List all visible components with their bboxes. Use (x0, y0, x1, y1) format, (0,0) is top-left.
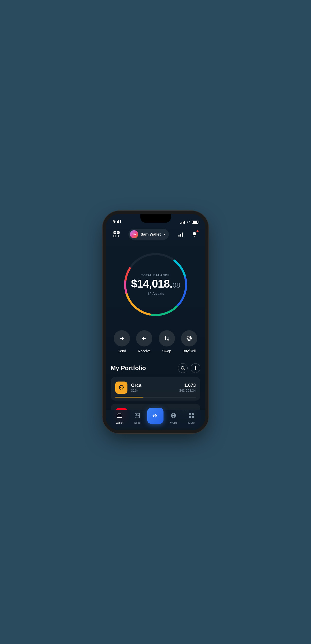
signal-bars-icon (180, 221, 185, 224)
asset-row-orca: Orca 32% 1.673 $43,003.34 (115, 382, 196, 394)
orca-percent: 32% (131, 389, 176, 392)
status-icons (180, 220, 198, 224)
status-time: 9:41 (113, 220, 122, 225)
nav-more[interactable]: More (184, 412, 199, 424)
notch (140, 214, 171, 223)
portfolio-header: My Portfolio (111, 363, 200, 373)
nfts-nav-label: NFTs (134, 421, 141, 424)
circle-container: TOTAL BALANCE $14,018.08 12 Assets (120, 249, 191, 320)
portfolio-actions (178, 363, 200, 373)
user-name: Sam Wallet (141, 232, 161, 236)
wifi-icon (186, 220, 190, 224)
notification-dot (196, 230, 199, 233)
signal-bar-2 (182, 222, 182, 224)
signal-bar-4 (184, 221, 185, 224)
send-action[interactable]: Send (114, 330, 130, 353)
nfts-nav-icon (134, 412, 140, 420)
balance-section: TOTAL BALANCE $14,018.08 12 Assets (106, 244, 205, 323)
receive-icon (136, 330, 152, 346)
web3-nav-label: Web3 (170, 421, 177, 424)
svg-rect-3 (114, 232, 115, 233)
orca-bar-fill (115, 397, 143, 398)
battery-fill (193, 221, 197, 223)
orca-info: Orca 32% (131, 383, 176, 392)
more-nav-icon (188, 412, 194, 420)
svg-rect-29 (189, 416, 191, 418)
nav-nfts[interactable]: NFTs (130, 412, 145, 424)
svg-rect-22 (117, 414, 122, 418)
portfolio-title: My Portfolio (111, 365, 146, 372)
orca-logo (115, 382, 127, 394)
svg-rect-4 (118, 232, 119, 233)
receive-label: Receive (138, 349, 151, 353)
nav-center-button[interactable] (147, 408, 163, 424)
receive-action[interactable]: Receive (136, 330, 152, 353)
portfolio-search-button[interactable] (178, 363, 188, 373)
balance-label: TOTAL BALANCE (131, 273, 180, 276)
chart-icon[interactable] (176, 229, 186, 239)
bell-icon[interactable] (190, 229, 199, 239)
orca-usd: $43,003.34 (179, 389, 196, 392)
send-icon (114, 330, 130, 346)
orca-name: Orca (131, 383, 176, 388)
header-right (176, 229, 199, 239)
svg-rect-27 (189, 413, 191, 415)
chevron-down-icon: ▾ (164, 233, 165, 236)
phone-screen: 9:41 (106, 214, 205, 430)
web3-nav-icon (171, 412, 177, 420)
more-nav-label: More (188, 421, 195, 424)
svg-rect-5 (114, 236, 115, 236)
balance-amount: $14,018.08 (131, 278, 180, 289)
svg-point-24 (136, 414, 137, 415)
svg-rect-9 (180, 234, 181, 237)
svg-rect-28 (192, 413, 194, 415)
scan-icon[interactable] (112, 229, 121, 239)
wallet-nav-label: Wallet (116, 421, 123, 424)
svg-point-21 (120, 387, 121, 388)
orca-values: 1.673 $43,003.34 (179, 383, 196, 392)
portfolio-add-button[interactable] (191, 363, 200, 373)
phone-frame: 9:41 (106, 214, 205, 430)
swap-icon (159, 330, 175, 346)
asset-card-orca[interactable]: Orca 32% 1.673 $43,003.34 (111, 377, 200, 401)
signal-bar-3 (183, 222, 184, 224)
orca-amount: 1.673 (179, 383, 196, 388)
swap-label: Swap (162, 349, 171, 353)
orca-bar (115, 397, 196, 398)
buysell-label: Buy/Sell (183, 349, 195, 353)
avatar: SW (130, 230, 138, 238)
actions: Send Receive Swap (106, 323, 205, 358)
balance-content: TOTAL BALANCE $14,018.08 12 Assets (131, 273, 180, 295)
header: SW Sam Wallet ▾ (106, 227, 205, 244)
battery-icon (192, 221, 198, 224)
swap-action[interactable]: Swap (159, 330, 175, 353)
nav-wallet[interactable]: Wallet (112, 412, 127, 424)
balance-assets: 12 Assets (131, 291, 180, 295)
send-label: Send (118, 349, 126, 353)
wallet-nav-icon (117, 412, 123, 420)
nav-web3[interactable]: Web3 (166, 412, 181, 424)
svg-rect-8 (178, 235, 179, 237)
bottom-nav: Wallet NFTs (106, 410, 205, 430)
signal-bar-1 (180, 223, 181, 224)
header-left (112, 229, 121, 239)
svg-rect-10 (182, 233, 183, 237)
buysell-icon (181, 330, 197, 346)
buysell-action[interactable]: Buy/Sell (181, 330, 197, 353)
user-selector[interactable]: SW Sam Wallet ▾ (128, 229, 169, 240)
svg-rect-30 (192, 416, 194, 418)
